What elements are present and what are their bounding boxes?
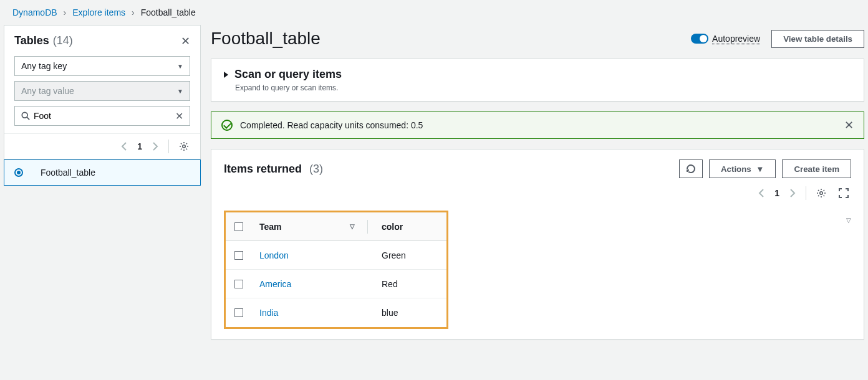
cell-color: blue — [382, 308, 398, 318]
table-list-item[interactable]: Football_table — [4, 159, 201, 186]
expand-icon[interactable] — [224, 72, 228, 78]
breadcrumb: DynamoDB › Explore items › Football_tabl… — [0, 0, 868, 25]
table-list-item-label: Football_table — [41, 168, 95, 178]
svg-point-2 — [183, 145, 185, 148]
clear-search-button[interactable]: ✕ — [175, 110, 183, 122]
svg-point-3 — [820, 192, 822, 194]
chevron-right-icon: › — [64, 7, 67, 17]
settings-button[interactable] — [176, 139, 191, 154]
item-link[interactable]: London — [259, 250, 289, 260]
tag-key-select[interactable]: Any tag key ▼ — [14, 56, 190, 76]
scan-query-title: Scan or query items — [234, 68, 342, 81]
items-table: Team ▽ color London Green — [224, 211, 448, 329]
column-header-team[interactable]: Team — [259, 222, 282, 232]
tag-key-value: Any tag key — [21, 61, 67, 71]
tables-title: Tables — [14, 34, 49, 47]
svg-point-0 — [22, 112, 27, 118]
cell-color: Red — [382, 279, 398, 289]
divider — [806, 186, 806, 200]
table-row: London Green — [226, 241, 446, 270]
cell-color: Green — [382, 250, 406, 260]
radio-selected-icon[interactable] — [14, 168, 23, 177]
items-settings-button[interactable] — [814, 186, 829, 201]
table-search-input[interactable] — [30, 111, 175, 121]
toggle-switch-icon[interactable] — [691, 34, 708, 44]
caret-down-icon[interactable]: ▽ — [846, 217, 851, 224]
divider — [168, 140, 169, 153]
table-row: America Red — [226, 270, 446, 298]
check-circle-icon — [221, 120, 233, 131]
scan-query-panel: Scan or query items Expand to query or s… — [211, 59, 864, 102]
items-returned-count: (3) — [309, 163, 323, 176]
page-title: Football_table — [211, 29, 321, 49]
actions-dropdown[interactable]: Actions ▼ — [709, 159, 776, 178]
view-table-details-button[interactable]: View table details — [771, 30, 864, 48]
row-checkbox[interactable] — [234, 251, 243, 260]
alert-text: Completed. Read capacity units consumed:… — [240, 120, 423, 130]
item-link[interactable]: India — [259, 308, 278, 318]
actions-label: Actions — [721, 164, 751, 174]
items-panel: Items returned (3) Actions ▼ Create item… — [211, 149, 864, 340]
breadcrumb-root[interactable]: DynamoDB — [12, 7, 57, 17]
table-header-row: Team ▽ color — [226, 212, 446, 241]
next-items-page[interactable] — [787, 186, 798, 200]
row-checkbox[interactable] — [234, 280, 243, 288]
tag-value-label: Any tag value — [21, 86, 74, 96]
prev-page-button[interactable] — [118, 140, 130, 153]
svg-line-1 — [27, 117, 29, 120]
column-header-color[interactable]: color — [382, 222, 403, 232]
search-icon — [21, 112, 30, 120]
select-all-checkbox[interactable] — [234, 222, 243, 231]
breadcrumb-current: Football_table — [141, 7, 196, 17]
table-row: India blue — [226, 298, 446, 327]
sort-icon[interactable]: ▽ — [350, 223, 355, 230]
table-search[interactable]: ✕ — [14, 106, 190, 126]
caret-down-icon: ▼ — [177, 88, 183, 95]
caret-down-icon: ▼ — [177, 63, 183, 70]
items-returned-title: Items returned — [224, 163, 302, 176]
fullscreen-button[interactable] — [836, 186, 851, 201]
tables-count: (14) — [53, 34, 73, 47]
page-number: 1 — [137, 141, 142, 151]
column-divider — [367, 220, 368, 234]
autopreview-label: Autopreview — [712, 34, 760, 44]
row-checkbox[interactable] — [234, 308, 243, 317]
tag-value-select: Any tag value ▼ — [14, 81, 190, 101]
item-link[interactable]: America — [259, 279, 291, 289]
breadcrumb-explore[interactable]: Explore items — [72, 7, 125, 17]
create-item-button[interactable]: Create item — [782, 159, 851, 178]
dismiss-alert-button[interactable]: ✕ — [844, 120, 854, 131]
scan-query-subtitle: Expand to query or scan items. — [224, 83, 851, 92]
success-alert: Completed. Read capacity units consumed:… — [211, 112, 864, 139]
items-page-number: 1 — [774, 188, 779, 198]
refresh-button[interactable] — [679, 159, 703, 178]
next-page-button[interactable] — [150, 140, 161, 153]
autopreview-toggle[interactable]: Autopreview — [691, 34, 760, 44]
close-sidebar-button[interactable]: ✕ — [181, 36, 190, 47]
prev-items-page[interactable] — [756, 186, 767, 200]
chevron-right-icon: › — [132, 7, 135, 17]
